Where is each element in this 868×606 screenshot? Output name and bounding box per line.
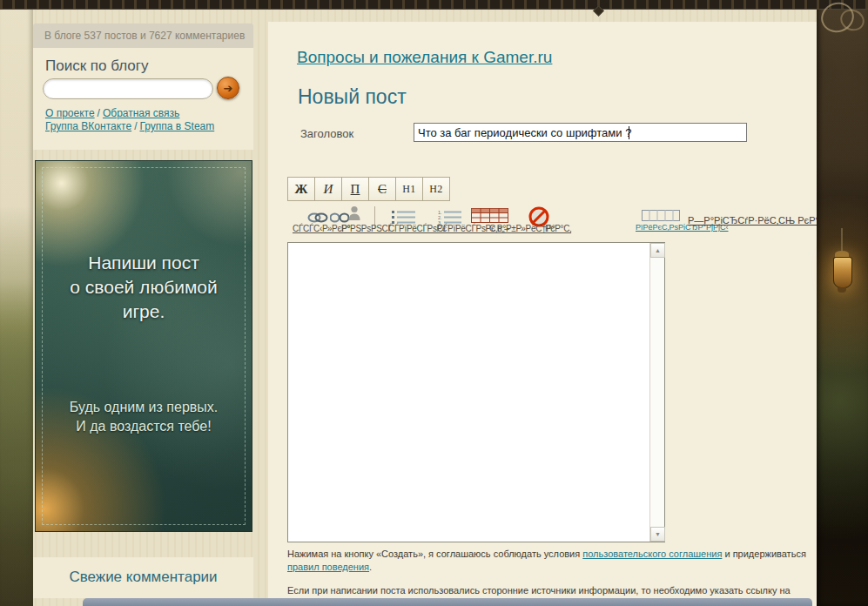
- page-title: Новый пост: [298, 85, 407, 109]
- search-title: Поиск по блогу: [45, 57, 148, 75]
- about-project-link[interactable]: О проекте: [45, 107, 95, 119]
- corner-scroll-ornament: [819, 1, 866, 41]
- bottom-section-strip: [83, 598, 812, 606]
- search-input[interactable]: [43, 78, 213, 99]
- blog-title-link[interactable]: Вопросы и пожелания к Gamer.ru: [297, 48, 552, 67]
- unlink-chain-icon[interactable]: [330, 212, 349, 224]
- numbered-list-icon[interactable]: 1. 2. 3.: [438, 210, 461, 225]
- lantern-icon: [831, 251, 852, 301]
- banner-headline-line1: Напиши пост: [36, 251, 252, 275]
- agreement-part2: и придерживаться: [722, 549, 805, 559]
- cut-tool-label[interactable]: РєР°С‚: [545, 224, 571, 233]
- pictogram-grid-icon[interactable]: [642, 210, 680, 221]
- bold-button[interactable]: Ж: [287, 177, 315, 201]
- main-content-panel: Вопросы и пожелания к Gamer.ru Новый пос…: [268, 22, 819, 606]
- link-chain-icon[interactable]: [307, 212, 328, 224]
- strikethrough-button[interactable]: С: [368, 177, 396, 201]
- source-note-text: Если при написании поста использовались …: [287, 584, 817, 597]
- post-title-label: Заголовок: [300, 127, 353, 140]
- search-button[interactable]: ➔: [217, 77, 239, 99]
- banner-headline-line2: о своей любимой: [36, 275, 252, 300]
- agreement-text: Нажимая на кнопку «Создать», я соглашаюс…: [287, 548, 817, 574]
- banner-headline-line3: игре.: [36, 300, 252, 324]
- user-icon[interactable]: [348, 205, 360, 220]
- fresh-comments-title: Свежие комментарии: [33, 557, 253, 586]
- bold-button-label: Ж: [295, 182, 308, 197]
- h2-button-label: H2: [429, 183, 443, 196]
- scroll-up-button[interactable]: ▲: [650, 243, 665, 258]
- project-links-row: О проекте/Обратная связь: [45, 107, 179, 119]
- source-note-line: Если при написании поста использовались …: [287, 585, 791, 596]
- italic-button[interactable]: И: [314, 177, 342, 201]
- post-body-textarea[interactable]: [287, 242, 665, 542]
- text-caret: [629, 126, 629, 139]
- banner-subtext: Будь одним из первых. И да воздастся теб…: [36, 398, 252, 436]
- insert-toolbar: 1. 2. 3.: [287, 205, 844, 236]
- user-agreement-link[interactable]: пользовательского соглашения: [582, 549, 722, 559]
- blog-stats-text: В блоге 537 постов и 7627 комментариев: [44, 30, 245, 42]
- vk-group-link[interactable]: Группа ВКонтакте: [45, 120, 131, 132]
- table-icon[interactable]: [471, 208, 508, 223]
- search-panel: Поиск по блогу ➔ О проекте/Обратная связ…: [33, 48, 253, 150]
- agreement-period: .: [369, 562, 372, 572]
- left-ornament-border: [0, 0, 33, 606]
- anchor-tool-label[interactable]: Р°РЅРѕРЅСЃ: [341, 224, 393, 233]
- banner-dashed-border: [42, 167, 246, 525]
- fresh-comments-panel: Свежие комментарии: [33, 557, 253, 598]
- steam-group-link[interactable]: Группа в Steam: [139, 120, 214, 132]
- h2-button[interactable]: H2: [422, 177, 450, 201]
- scroll-down-icon: ▼: [655, 531, 661, 537]
- h1-button[interactable]: H1: [395, 177, 423, 201]
- search-arrow-icon: ➔: [224, 82, 233, 95]
- scrollbar[interactable]: ▲ ▼: [649, 243, 664, 542]
- italic-button-label: И: [324, 182, 333, 197]
- banner-subtext-line1: Будь одним из первых.: [36, 398, 252, 417]
- scroll-up-icon: ▲: [655, 247, 661, 253]
- write-post-promo-banner[interactable]: Напиши пост о своей любимой игре. Будь о…: [35, 160, 252, 532]
- blog-stats-bar: В блоге 537 постов и 7627 комментариев: [33, 24, 253, 48]
- format-toolbar: Ж И П С H1 H2: [287, 177, 449, 201]
- post-title-input[interactable]: [414, 123, 747, 142]
- banner-headline: Напиши пост о своей любимой игре.: [36, 251, 252, 324]
- top-ornament-border: [0, 0, 868, 10]
- scroll-down-button[interactable]: ▼: [650, 527, 665, 542]
- link-separator: /: [98, 107, 100, 119]
- group-links-row: Группа ВКонтакте/Группа в Steam: [45, 120, 214, 132]
- banner-subtext-line2: И да воздастся тебе!: [36, 417, 252, 436]
- gamer-ru-new-post-page: В блоге 537 постов и 7627 комментариев П…: [0, 0, 868, 606]
- underline-button-label: П: [351, 182, 360, 197]
- conduct-rules-link[interactable]: правил поведения: [287, 562, 369, 572]
- underline-button[interactable]: П: [341, 177, 369, 201]
- right-ornament-border: [817, 0, 868, 606]
- bullet-list-icon[interactable]: [392, 210, 415, 225]
- h1-button-label: H1: [402, 183, 416, 196]
- strikethrough-button-label: С: [378, 182, 387, 197]
- link-separator: /: [134, 120, 137, 132]
- agreement-part1: Нажимая на кнопку «Создать», я соглашаюс…: [287, 549, 582, 559]
- feedback-link[interactable]: Обратная связь: [103, 107, 179, 119]
